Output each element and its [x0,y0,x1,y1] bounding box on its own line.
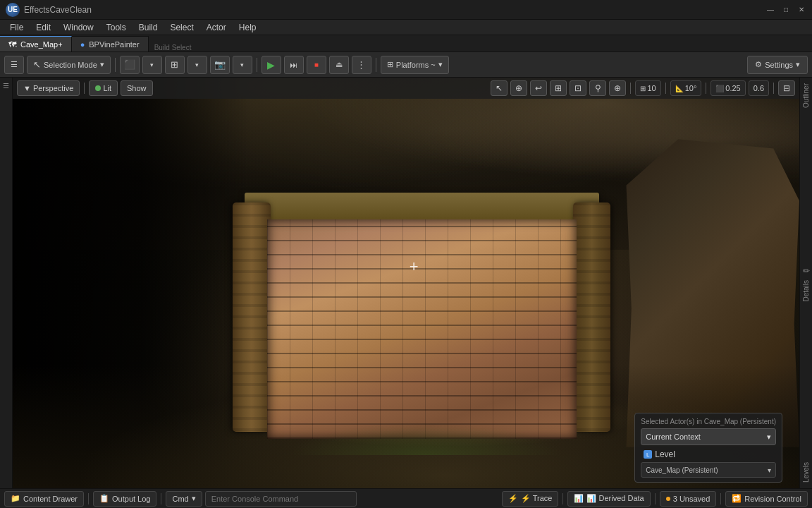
perspective-button[interactable]: ▼ Perspective [17,80,80,96]
tab-bar: 🗺 Cave_Map+ ● BPVinePainter Build Select [0,35,812,52]
lit-button[interactable]: Lit [89,80,118,96]
sep1 [115,58,116,72]
derived-data-badge[interactable]: 📊 📊 Derived Data [567,491,650,507]
revision-label: Revision Control [744,495,801,503]
titlebar-title: EffectsCaveClean [24,5,92,15]
show-label: Show [127,84,147,92]
unsaved-badge[interactable]: 3 Unsaved [660,491,717,507]
wall-right-post [573,202,611,432]
camera-button[interactable]: 📷 [210,56,230,74]
vp-sep4 [706,83,706,94]
content-drawer-icon: 📁 [11,494,20,503]
selection-mode-button[interactable]: ↖ Selection Mode ▾ [27,56,111,74]
tab-cave-map[interactable]: 🗺 Cave_Map+ [0,36,72,52]
derived-data-icon: 📊 [574,494,584,503]
vp-cursor-icon[interactable]: ↖ [491,80,508,96]
tab-cave-map-icon: 🗺 [8,40,16,49]
snap-button[interactable]: ⊞ [165,56,185,74]
maximize-viewport-button[interactable]: ⊟ [778,80,795,96]
tab-bp-icon: ● [80,40,85,49]
menu-window[interactable]: Window [58,21,99,34]
minimize-button[interactable]: — [765,5,775,15]
context-dropdown[interactable]: Current Context ▾ [641,428,776,445]
unsaved-label: 3 Unsaved [673,495,710,503]
left-panel: ☰ [0,78,13,488]
platforms-button[interactable]: ⊞ Platforms ~ ▾ [381,56,449,74]
tab-bp-label: BPVinePainter [89,40,139,49]
level-icon: L [644,450,652,459]
tab-cave-map-label: Cave_Map+ [20,40,63,49]
camera-dropdown[interactable]: ▾ [233,56,252,74]
context-dropdown-label: Current Context [646,433,701,441]
angle-icon: 📐 [675,85,684,92]
revision-control-badge[interactable]: 🔁 Revision Control [725,491,808,507]
app-icon: UE [6,3,20,17]
menu-help[interactable]: Help [233,21,262,34]
context-header: Selected Actor(s) in Cave_Map (Persisten… [641,418,776,425]
cmd-label: Cmd [172,495,188,503]
wall-brick-body [267,219,577,439]
settings-button[interactable]: ⚙ Settings ▾ [747,56,808,74]
levels-label[interactable]: Levels [801,459,811,485]
menu-tools[interactable]: Tools [101,21,132,34]
menu-build[interactable]: Build [133,21,164,34]
vp-sep3 [665,83,666,94]
output-log-button[interactable]: 📋 Output Log [93,491,156,507]
close-button[interactable]: ✕ [796,5,806,15]
maximize-button[interactable]: □ [781,5,791,15]
content-drawer-button[interactable]: 📁 Content Drawer [4,491,84,507]
right-panel-icon1[interactable]: ✏ [803,266,810,276]
snap-dropdown[interactable]: ▾ [187,56,207,74]
more-button[interactable]: ⋮ [352,56,371,74]
skip-forward-button[interactable]: ⏭ [284,56,304,74]
vp-brush-icon[interactable]: ⚲ [589,80,606,96]
menu-actor[interactable]: Actor [201,21,232,34]
level-label: Level [655,449,675,459]
viewport-toolbar: ▼ Perspective Lit Show ↖ ⊕ ↩ ⊞ ⊡ ⚲ ⊕ ⊞ [13,78,799,99]
settings-chevron: ▾ [796,60,800,69]
cmd-button[interactable]: Cmd ▾ [166,491,202,507]
angle-value: 10° [685,84,697,92]
eject-button[interactable]: ⏏ [329,56,349,74]
scale-icon: ⬛ [715,85,724,92]
tab-bpvinepainter[interactable]: ● BPVinePainter [72,36,149,52]
menu-select[interactable]: Select [164,21,199,34]
play-button[interactable]: ▶ [262,56,281,74]
left-panel-menu[interactable]: ☰ [1,80,11,90]
trace-badge[interactable]: ⚡ ⚡ Trace [502,491,559,507]
status-sep2 [161,493,161,504]
status-right: ⚡ ⚡ Trace 📊 📊 Derived Data 3 Unsaved 🔁 R… [502,491,808,507]
cmd-chevron: ▾ [192,494,196,503]
vp-sphere-icon[interactable]: ⊡ [570,80,586,96]
menu-edit[interactable]: Edit [30,21,56,34]
context-overlay: Selected Actor(s) in Cave_Map (Persisten… [634,413,782,483]
vp-undo-icon[interactable]: ↩ [530,80,547,96]
revision-icon: 🔁 [732,494,742,503]
transform-dropdown[interactable]: ▾ [142,56,162,74]
vp-plus-icon[interactable]: ⊕ [609,80,626,96]
hamburger-button[interactable]: ☰ [4,56,24,74]
settings-label: Settings [765,61,793,69]
status-sep4 [655,493,656,504]
sep3 [376,58,376,72]
transform-move-button[interactable]: ⬛ [120,56,140,74]
vp-grid-icon[interactable]: ⊞ [550,80,567,96]
perspective-arrow: ▼ [23,84,31,92]
scale-value: 0.25 [725,84,740,92]
details-label[interactable]: Details [801,277,811,305]
menu-file[interactable]: File [4,21,29,34]
output-log-icon: 📋 [99,494,109,503]
output-log-label: Output Log [112,495,150,503]
viewport-container: ☰ + ▼ [0,78,812,488]
stop-button[interactable]: ■ [307,56,326,74]
show-button[interactable]: Show [121,80,153,96]
outliner-label[interactable]: Outliner [801,80,811,111]
zoom-display: 0.6 [749,80,769,96]
vp-orbit-icon[interactable]: ⊕ [510,80,527,96]
level-sub-dropdown[interactable]: Cave_Map (Persistent) ▾ [641,462,776,478]
lit-label: Lit [103,84,111,92]
console-input[interactable] [205,491,357,507]
selection-mode-label: Selection Mode [44,61,97,69]
angle-display: 📐 10° [670,80,702,96]
viewport[interactable]: + ▼ Perspective Lit Show ↖ ⊕ ↩ ⊞ ⊡ ⚲ ⊕ [13,78,799,488]
